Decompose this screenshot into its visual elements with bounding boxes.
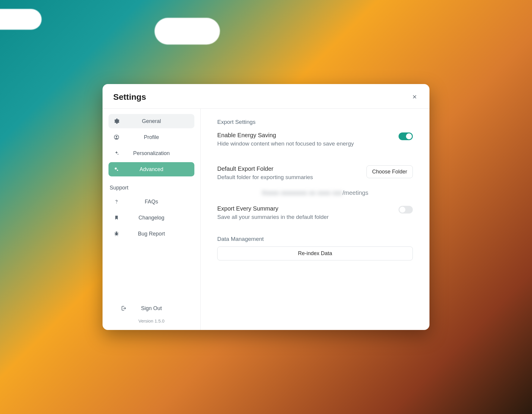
setting-title: Enable Energy Saving xyxy=(217,132,391,139)
sidebar-item-personalization[interactable]: Personalization xyxy=(108,146,194,160)
setting-title: Default Export Folder xyxy=(217,165,359,172)
setting-desc: Save all your summaries in the default f… xyxy=(217,214,391,220)
path-obscured: Xxxxx xxxxxxxx xx xxxx xxx xyxy=(262,189,343,196)
reindex-data-button[interactable]: Re-index Data xyxy=(217,246,413,260)
export-folder-path: Xxxxx xxxxxxxx xx xxxx xxx/meetings xyxy=(217,189,413,196)
setting-title: Export Every Summary xyxy=(217,205,391,212)
sidebar-item-label: General xyxy=(108,118,194,124)
section-title-export: Export Settings xyxy=(217,119,413,125)
sidebar-item-label: Bug Report xyxy=(108,231,194,237)
modal-title: Settings xyxy=(113,92,146,102)
content-pane: Export Settings Enable Energy Saving Hid… xyxy=(201,109,429,330)
section-title-data-mgmt: Data Management xyxy=(217,236,413,242)
sidebar-item-profile[interactable]: Profile xyxy=(108,130,194,144)
sidebar-item-label: FAQs xyxy=(108,199,194,205)
close-button[interactable] xyxy=(410,93,419,101)
sidebar-item-label: Personalization xyxy=(108,150,194,157)
sidebar-item-advanced[interactable]: Advanced xyxy=(108,162,194,176)
setting-desc: Default folder for exporting summaries xyxy=(217,174,359,181)
sidebar-item-general[interactable]: General xyxy=(108,114,194,128)
sidebar-item-changelog[interactable]: Changelog xyxy=(108,211,194,225)
sign-out-label: Sign Out xyxy=(108,305,194,312)
sidebar-item-bugreport[interactable]: Bug Report xyxy=(108,227,194,241)
energy-saving-toggle[interactable] xyxy=(399,132,413,140)
sign-out-button[interactable]: Sign Out xyxy=(108,301,194,315)
sidebar: General Profile Personalization xyxy=(103,109,201,330)
path-visible-suffix: /meetings xyxy=(342,189,368,196)
sidebar-item-label: Changelog xyxy=(108,215,194,221)
close-icon xyxy=(412,94,418,101)
settings-modal: Settings General Profile xyxy=(103,84,429,330)
sidebar-item-faqs[interactable]: FAQs xyxy=(108,195,194,209)
export-every-toggle[interactable] xyxy=(399,206,413,214)
setting-export-folder: Default Export Folder Default folder for… xyxy=(217,165,413,181)
choose-folder-button[interactable]: Choose Folder xyxy=(366,165,413,178)
setting-desc: Hide window content when not focused to … xyxy=(217,140,391,147)
sidebar-section-support: Support xyxy=(108,185,194,191)
setting-export-every: Export Every Summary Save all your summa… xyxy=(217,205,413,220)
sidebar-item-label: Advanced xyxy=(108,166,194,173)
modal-header: Settings xyxy=(103,84,429,109)
version-label: Version 1.5.0 xyxy=(108,318,194,325)
sidebar-item-label: Profile xyxy=(108,134,194,140)
setting-energy-saving: Enable Energy Saving Hide window content… xyxy=(217,132,413,147)
